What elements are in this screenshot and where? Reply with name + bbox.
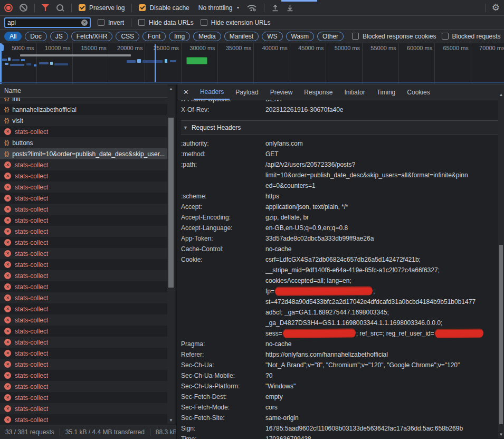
tab-response[interactable]: Response xyxy=(298,84,338,100)
request-row[interactable]: {:}hannahelizabethofficial xyxy=(0,104,167,115)
request-row[interactable]: stats-collect xyxy=(0,281,167,292)
header-value: no-cache xyxy=(265,244,498,254)
overview-activity-bar xyxy=(5,63,8,65)
request-row[interactable]: stats-collect xyxy=(0,204,167,215)
request-row[interactable]: stats-collect xyxy=(0,270,167,281)
filter-icon[interactable] xyxy=(42,4,49,11)
filter-pill-manifest[interactable]: Manifest xyxy=(224,32,259,41)
hide-extension-urls-checkbox[interactable] xyxy=(201,19,207,26)
clear-filter-icon[interactable] xyxy=(81,20,88,26)
scroll-down-icon[interactable]: ▼ xyxy=(167,417,175,424)
overview-activity-bar xyxy=(10,64,24,66)
request-row[interactable]: stats-collect xyxy=(0,303,167,314)
tab-preview[interactable]: Preview xyxy=(264,84,299,100)
hide-extension-urls-label: Hide extension URLs xyxy=(211,19,271,26)
request-header-row: Sign:16785:5aad9602cf110608b03133de56364… xyxy=(181,423,498,434)
filter-pill-js[interactable]: JS xyxy=(50,32,68,41)
invert-checkbox[interactable] xyxy=(98,19,104,26)
request-row[interactable]: stats-collect xyxy=(0,248,167,259)
request-name: stats-collect xyxy=(15,250,48,257)
hide-extension-urls-toggle[interactable]: Hide extension URLs xyxy=(201,19,271,26)
filter-input-box[interactable] xyxy=(4,17,91,28)
header-value-text: ad5cf; _ga=GA1.1.689275447.1698003345; xyxy=(265,309,389,316)
request-row[interactable]: stats-collect xyxy=(0,226,167,237)
request-row[interactable]: stats-collect xyxy=(0,170,167,182)
request-row[interactable]: stats-collect xyxy=(0,314,167,326)
request-row[interactable]: stats-collect xyxy=(0,237,167,248)
blocked-requests-toggle[interactable]: Blocked requests xyxy=(442,33,501,40)
scrollbar-thumb[interactable] xyxy=(168,118,174,288)
settings-gear-icon[interactable]: ⚙ xyxy=(492,3,500,12)
filter-pill-all[interactable]: All xyxy=(4,32,22,41)
filter-pill-img[interactable]: Img xyxy=(169,32,190,41)
overview-range-grip[interactable] xyxy=(0,44,4,51)
hide-data-urls-toggle[interactable]: Hide data URLs xyxy=(138,19,194,26)
import-har-icon[interactable] xyxy=(271,4,279,12)
close-details-icon[interactable]: ✕ xyxy=(183,88,189,96)
request-header-row: :path:/api2/v2/users/20572336/posts?limi… xyxy=(181,159,498,191)
scroll-up-icon[interactable]: ▲ xyxy=(498,92,504,98)
request-row-selected[interactable]: {:}posts?limit=10&order=publish_date_des… xyxy=(0,148,167,159)
header-value-line: no-cache xyxy=(265,339,498,349)
details-scrollbar[interactable]: ▲ ▼ xyxy=(498,92,504,438)
request-row[interactable]: stats-collect xyxy=(0,370,167,381)
blocked-requests-checkbox[interactable] xyxy=(442,33,449,40)
request-row[interactable]: {:}buttons xyxy=(0,137,167,148)
request-row[interactable]: stats-collect xyxy=(0,359,167,370)
disable-cache-toggle[interactable]: Disable cache xyxy=(139,4,189,12)
request-row[interactable]: stats-collect xyxy=(0,126,167,137)
request-row[interactable]: stats-collect xyxy=(0,414,167,425)
tab-cookies[interactable]: Cookies xyxy=(401,84,435,100)
scrollbar-thumb[interactable] xyxy=(499,245,503,424)
tab-initiator[interactable]: Initiator xyxy=(338,84,370,100)
request-row[interactable]: stats-collect xyxy=(0,392,167,403)
filter-pill-fetch-xhr[interactable]: Fetch/XHR xyxy=(71,32,113,41)
scroll-up-icon[interactable]: ▲ xyxy=(167,86,175,92)
network-overview-timeline[interactable]: 5000 ms10000 ms15000 ms20000 ms25000 ms3… xyxy=(0,43,504,84)
request-row[interactable]: stats-collect xyxy=(0,326,167,337)
request-row[interactable]: stats-collect xyxy=(0,403,167,414)
clear-network-log-button[interactable] xyxy=(20,4,27,12)
request-row[interactable]: stats-collect xyxy=(0,292,167,303)
request-row[interactable]: stats-collect xyxy=(0,215,167,226)
filter-pill-font[interactable]: Font xyxy=(142,32,166,41)
column-header-name[interactable]: Name xyxy=(0,84,167,98)
request-row[interactable]: {:}init xyxy=(0,98,167,104)
filter-pill-doc[interactable]: Doc xyxy=(25,32,46,41)
requests-scrollbar[interactable]: ▲ ▼ xyxy=(167,86,175,424)
request-row[interactable]: stats-collect xyxy=(0,259,167,270)
filter-pill-wasm[interactable]: Wasm xyxy=(286,32,315,41)
preserve-log-toggle[interactable]: Preserve log xyxy=(79,4,125,12)
filter-pill-media[interactable]: Media xyxy=(193,32,221,41)
search-icon[interactable] xyxy=(56,4,64,12)
header-name: Sign: xyxy=(181,423,265,434)
scroll-down-icon[interactable]: ▼ xyxy=(498,432,504,438)
preserve-log-checkbox[interactable] xyxy=(79,4,85,11)
hide-data-urls-checkbox[interactable] xyxy=(138,19,145,26)
disable-cache-checkbox[interactable] xyxy=(139,4,146,11)
request-row[interactable]: stats-collect xyxy=(0,182,167,193)
filter-pill-ws[interactable]: WS xyxy=(262,32,282,41)
export-har-icon[interactable] xyxy=(286,4,294,12)
failed-request-icon xyxy=(4,128,11,135)
record-network-log-button[interactable] xyxy=(4,4,13,12)
request-row[interactable]: {:}visit xyxy=(0,115,167,126)
blocked-response-cookies-checkbox[interactable] xyxy=(352,33,359,40)
request-row[interactable]: stats-collect xyxy=(0,337,167,348)
request-row[interactable]: stats-collect xyxy=(0,381,167,392)
request-row[interactable]: stats-collect xyxy=(0,193,167,204)
invert-toggle[interactable]: Invert xyxy=(98,19,124,26)
request-row[interactable]: stats-collect xyxy=(0,159,167,170)
blocked-response-cookies-toggle[interactable]: Blocked response cookies xyxy=(352,33,436,40)
filter-pill-css[interactable]: CSS xyxy=(116,32,139,41)
filter-pill-other[interactable]: Other xyxy=(317,32,344,41)
throttling-select[interactable]: No throttling ▼ xyxy=(198,4,240,12)
network-conditions-icon[interactable] xyxy=(246,4,257,12)
fetch-request-icon: {:} xyxy=(4,151,8,157)
request-row[interactable]: stats-collect xyxy=(0,348,167,359)
tab-timing[interactable]: Timing xyxy=(371,84,402,100)
tab-payload[interactable]: Payload xyxy=(230,84,264,100)
tab-headers[interactable]: Headers xyxy=(194,84,230,100)
filter-input[interactable] xyxy=(7,19,81,26)
request-headers-section-toggle[interactable]: ▼ Request Headers xyxy=(181,120,498,135)
